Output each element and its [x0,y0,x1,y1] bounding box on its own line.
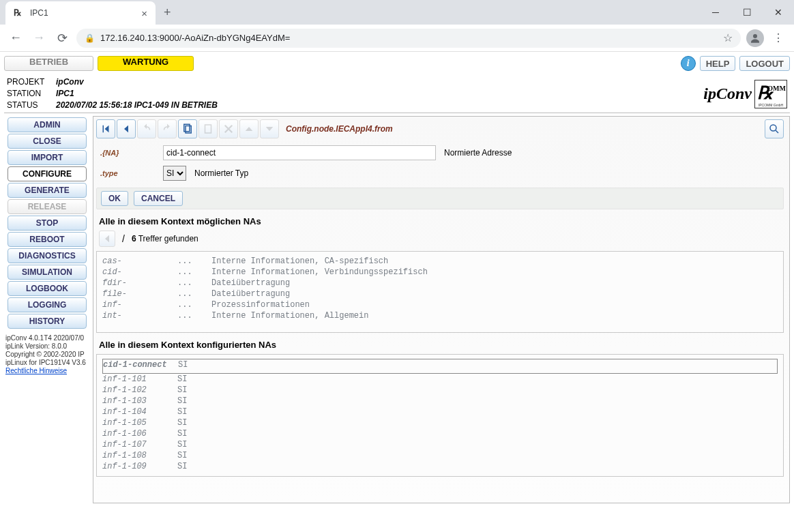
mode-wartung-button[interactable]: WARTUNG [98,56,194,71]
sidebar-item-diagnostics[interactable]: DIAGNOSTICS [8,248,87,263]
profile-button[interactable] [746,29,764,47]
help-button[interactable]: HELP [700,56,736,71]
na-row: .{NA} Normierte Adresse [96,143,784,163]
status-label: STATUS [7,100,48,111]
pager-prev-icon[interactable] [99,231,115,247]
paste-icon[interactable] [198,119,218,138]
tab-bar: ℞ IPC1 × + ─ ☐ ✕ [0,0,794,25]
list-item[interactable]: cas-...Interne Informationen, CA-spezifi… [102,256,778,267]
section2-title: Alle in diesem Kontext konfigurierten NA… [99,340,781,350]
list-item[interactable]: inf-1-102SI [102,385,778,396]
pager-count: 6 Treffer gefunden [132,234,198,243]
na-label: .{NA} [100,149,155,157]
sidebar: ADMINCLOSEIMPORTCONFIGUREGENERATERELEASE… [4,116,93,503]
na-input[interactable] [163,145,436,160]
cancel-button[interactable]: CANCEL [134,191,183,206]
workspace: Config.node.IECAppl4.from .{NA} Normiert… [93,116,790,503]
na-desc: Normierte Adresse [444,148,512,158]
redo-icon[interactable] [158,119,177,138]
list-item[interactable]: inf-1-106SI [102,428,778,439]
list-item[interactable]: inf-1-103SI [102,396,778,407]
window-controls: ─ ☐ ✕ [700,0,794,25]
down-icon[interactable] [260,119,279,138]
mode-betrieb-button[interactable]: BETRIEB [4,56,93,71]
back-button[interactable]: ← [7,29,25,47]
new-tab-button[interactable]: + [156,5,179,20]
toolbar: Config.node.IECAppl4.from [96,119,784,143]
close-window-button[interactable]: ✕ [763,0,794,25]
sidebar-item-reboot[interactable]: REBOOT [8,232,87,247]
reload-button[interactable]: ⟳ [53,29,71,47]
footer-line: ipConv 4.0.1T4 2020/07/0 [5,334,89,342]
projekt-label: PROJEKT [7,76,48,88]
sidebar-item-release[interactable]: RELEASE [8,199,87,214]
minimize-button[interactable]: ─ [700,0,731,25]
svg-point-0 [753,34,757,38]
browser-tab[interactable]: ℞ IPC1 × [5,1,156,25]
sidebar-item-stop[interactable]: STOP [8,216,87,231]
first-icon[interactable] [96,119,115,138]
list-item[interactable]: inf-1-101SI [102,374,778,385]
brand-logo-icon: ℞OMMIPCOMM GmbH [754,80,787,108]
list-item[interactable]: fdir-...Dateiübertragung [102,278,778,289]
favicon-icon: ℞ [14,8,25,18]
station-label: STATION [7,88,48,100]
sidebar-item-import[interactable]: IMPORT [8,150,87,165]
maximize-button[interactable]: ☐ [731,0,763,25]
pager: / 6 Treffer gefunden [99,231,781,247]
sidebar-item-generate[interactable]: GENERATE [8,183,87,198]
sidebar-item-simulation[interactable]: SIMULATION [8,265,87,280]
legal-link[interactable]: Rechtliche Hinweise [5,367,67,374]
list-item[interactable]: inf-...Prozessinformationen [102,299,778,310]
sidebar-item-admin[interactable]: ADMIN [8,117,87,132]
status-value: 2020/07/02 15:56:18 IPC1-049 IN BETRIEB [56,100,218,111]
sidebar-item-logging[interactable]: LOGGING [8,297,87,312]
info-icon[interactable]: i [681,56,696,71]
list-item[interactable]: cid-1-connectSI [102,359,778,374]
action-row: OK CANCEL [96,188,784,209]
type-select[interactable]: SI [163,166,186,181]
pager-sep: / [122,233,125,244]
sidebar-item-history[interactable]: HISTORY [8,314,87,329]
url-field[interactable]: 🔒 172.16.240.13:9000/-AoAiZn-dbYGNg4EAYd… [76,29,741,48]
copy-icon[interactable] [178,119,197,138]
up-icon[interactable] [239,119,259,138]
prev-icon[interactable] [117,119,136,138]
sidebar-item-logbook[interactable]: LOGBOOK [8,281,87,296]
delete-icon[interactable] [219,119,238,138]
status-block: PROJEKTipConv STATIONIPC1 STATUS2020/07/… [4,72,790,113]
forward-button[interactable]: → [30,29,48,47]
undo-icon[interactable] [137,119,156,138]
sidebar-item-close[interactable]: CLOSE [8,134,87,149]
list-item[interactable]: inf-1-105SI [102,417,778,428]
type-label: .type [100,169,155,177]
ok-button[interactable]: OK [101,191,128,206]
browser-menu-button[interactable]: ⋮ [769,31,787,44]
sidebar-item-configure[interactable]: CONFIGURE [8,166,87,181]
list-item[interactable]: file-...Dateiübertragung [102,289,778,299]
list-item[interactable]: inf-1-104SI [102,407,778,417]
projekt-value: ipConv [56,76,84,88]
logout-button[interactable]: LOGOUT [739,56,790,71]
app: BETRIEB WARTUNG i HELP LOGOUT PROJEKTipC… [0,52,794,506]
possible-nas-panel: cas-...Interne Informationen, CA-spezifi… [96,251,784,333]
main-layout: ADMINCLOSEIMPORTCONFIGUREGENERATERELEASE… [4,116,790,503]
bookmark-icon[interactable]: ☆ [723,31,733,44]
browser-chrome: ℞ IPC1 × + ─ ☐ ✕ ← → ⟳ 🔒 172.16.240.13:9… [0,0,794,52]
footer-line: Copyright © 2002-2020 IP [5,351,89,359]
svg-rect-3 [205,125,211,133]
mode-bar: BETRIEB WARTUNG i HELP LOGOUT [4,55,790,72]
svg-point-4 [770,125,776,131]
list-item[interactable]: int-...Interne Informationen, Allgemein [102,310,778,321]
url-text: 172.16.240.13:9000/-AoAiZn-dbYGNg4EAYdM= [100,33,718,43]
list-item[interactable]: cid-...Interne Informationen, Verbindung… [102,267,778,278]
section1-title: Alle in diesem Kontext möglichen NAs [99,216,781,226]
footer-line: ipLinux for IPC191V4 V3.6 [5,359,89,367]
list-item[interactable]: inf-1-109SI [102,461,778,472]
close-tab-icon[interactable]: × [141,8,147,19]
station-value: IPC1 [56,88,74,100]
list-item[interactable]: inf-1-107SI [102,439,778,450]
list-item[interactable]: inf-1-108SI [102,450,778,461]
search-icon[interactable] [765,119,784,138]
breadcrumb: Config.node.IECAppl4.from [286,124,393,134]
